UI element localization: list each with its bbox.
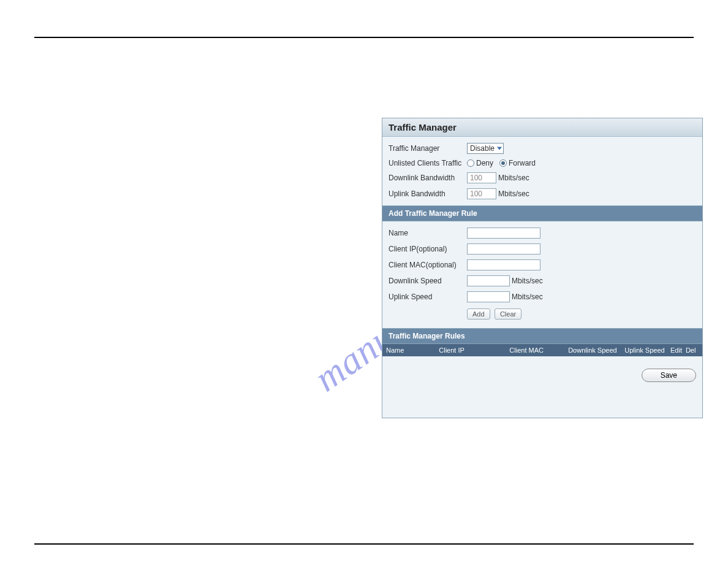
add-button[interactable]: Add (467, 308, 490, 320)
downlink-bw-unit: Mbits/sec (498, 174, 529, 182)
chevron-down-icon (497, 147, 502, 150)
radio-forward-label: Forward (509, 159, 536, 167)
clear-button[interactable]: Clear (495, 308, 521, 320)
row-client-mac: Client MAC(optional) (389, 257, 696, 273)
downlink-speed-input[interactable] (467, 275, 510, 286)
unlisted-label: Unlisted Clients Traffic (389, 159, 467, 167)
client-ip-label: Client IP(optional) (389, 245, 467, 253)
add-rule-header: Add Traffic Manager Rule (382, 205, 702, 221)
add-clear-row: Add Clear (389, 305, 696, 324)
downlink-bw-input[interactable] (467, 172, 496, 183)
save-button[interactable]: Save (642, 369, 696, 382)
col-name: Name (386, 347, 439, 354)
row-unlisted: Unlisted Clients Traffic Deny Forward (389, 156, 696, 170)
row-traffic-manager: Traffic Manager Disable (389, 140, 696, 156)
uplink-bw-input[interactable] (467, 188, 496, 199)
col-client-ip: Client IP (439, 347, 509, 354)
row-downlink-bw: Downlink Bandwidth Mbits/sec (389, 170, 696, 186)
row-uplink-bw: Uplink Bandwidth Mbits/sec (389, 186, 696, 202)
row-client-ip: Client IP(optional) (389, 241, 696, 257)
rules-columns-row: Name Client IP Client MAC Downlink Speed… (382, 344, 702, 356)
rules-header: Traffic Manager Rules (382, 328, 702, 344)
uplink-speed-label: Uplink Speed (389, 293, 467, 301)
radio-deny-label: Deny (476, 159, 493, 167)
uplink-speed-input[interactable] (467, 291, 510, 302)
name-label: Name (389, 229, 467, 237)
name-input[interactable] (467, 228, 540, 239)
top-divider (34, 37, 694, 38)
uplink-bw-unit: Mbits/sec (498, 190, 529, 198)
col-del: Del (686, 347, 699, 354)
save-row: Save (382, 356, 702, 418)
col-downlink: Downlink Speed (568, 347, 624, 354)
client-mac-label: Client MAC(optional) (389, 261, 467, 269)
downlink-bw-label: Downlink Bandwidth (389, 174, 467, 182)
traffic-manager-select-value: Disable (470, 144, 495, 153)
col-edit: Edit (670, 347, 686, 354)
col-uplink: Uplink Speed (624, 347, 670, 354)
uplink-bw-label: Uplink Bandwidth (389, 190, 467, 198)
downlink-speed-unit: Mbits/sec (512, 277, 543, 285)
row-uplink-speed: Uplink Speed Mbits/sec (389, 289, 696, 305)
traffic-manager-label: Traffic Manager (389, 144, 467, 153)
panel-title: Traffic Manager (382, 118, 702, 137)
traffic-manager-select[interactable]: Disable (467, 143, 504, 154)
client-mac-input[interactable] (467, 259, 540, 270)
settings-section: Traffic Manager Disable Unlisted Clients… (382, 137, 702, 205)
row-name: Name (389, 225, 696, 241)
radio-forward[interactable] (499, 159, 507, 167)
downlink-speed-label: Downlink Speed (389, 277, 467, 285)
uplink-speed-unit: Mbits/sec (512, 293, 543, 301)
row-downlink-speed: Downlink Speed Mbits/sec (389, 273, 696, 289)
col-client-mac: Client MAC (509, 347, 568, 354)
add-rule-section: Name Client IP(optional) Client MAC(opti… (382, 221, 702, 328)
client-ip-input[interactable] (467, 243, 540, 255)
traffic-manager-panel: Traffic Manager Traffic Manager Disable … (382, 118, 703, 418)
bottom-divider (34, 543, 694, 545)
radio-deny[interactable] (467, 159, 474, 167)
